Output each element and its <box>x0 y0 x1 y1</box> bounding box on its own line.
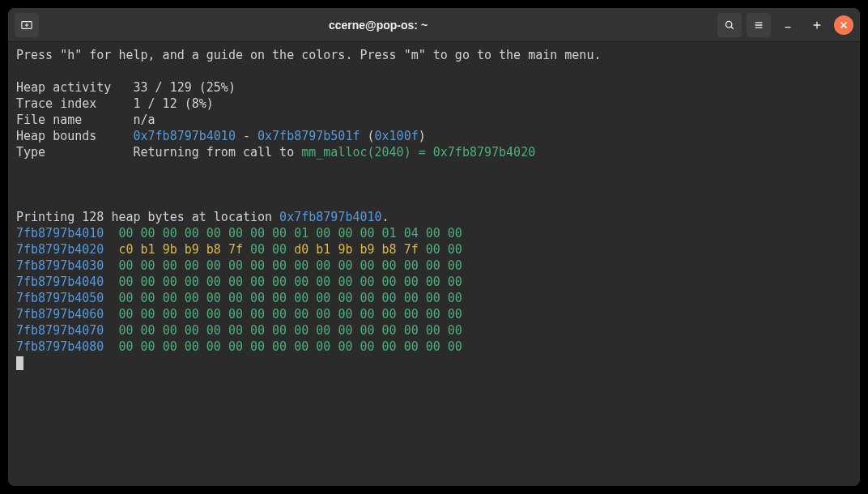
type-label: Type <box>16 145 134 160</box>
hex-row: 7fb8797b4070 00 00 00 00 00 00 00 00 00 … <box>16 322 852 339</box>
hex-byte: 00 <box>141 226 155 241</box>
hex-byte: 00 <box>118 291 133 305</box>
search-button[interactable] <box>717 13 742 37</box>
hex-byte: 00 <box>141 323 155 338</box>
hex-row-address: 7fb8797b4050 <box>16 291 104 305</box>
hex-byte: 00 <box>448 258 462 273</box>
hex-byte: 00 <box>382 291 397 305</box>
hex-row-address: 7fb8797b4060 <box>16 307 104 322</box>
hex-byte: 00 <box>228 307 243 322</box>
hex-row: 7fb8797b4060 00 00 00 00 00 00 00 00 00 … <box>16 306 852 322</box>
hex-byte: 00 <box>294 339 308 354</box>
trace-index-value: 1 / 12 (8%) <box>134 96 214 111</box>
cursor-block <box>16 356 23 370</box>
hex-byte: 00 <box>382 307 397 322</box>
hex-byte: 00 <box>426 307 440 322</box>
hex-byte: 00 <box>185 323 199 338</box>
hex-byte: 00 <box>360 258 374 273</box>
hex-byte: b1 <box>316 242 330 257</box>
hex-byte: 00 <box>316 323 330 338</box>
help-line: Press "h" for help, and a guide on the c… <box>16 47 852 63</box>
hex-byte: 00 <box>118 307 133 322</box>
hex-row-address: 7fb8797b4070 <box>16 323 104 338</box>
blank-line <box>16 193 852 209</box>
hex-byte: 00 <box>118 275 133 289</box>
close-button[interactable] <box>834 15 853 35</box>
blank-line <box>16 160 852 177</box>
dump-intro-suffix: . <box>382 210 389 224</box>
hex-byte: 00 <box>250 275 265 289</box>
hex-byte: 00 <box>250 258 265 273</box>
hex-byte: 00 <box>206 258 221 273</box>
hex-byte: 00 <box>228 339 243 354</box>
hex-byte: 00 <box>163 258 177 273</box>
hex-byte: 00 <box>360 307 374 322</box>
hex-byte: 00 <box>448 242 462 257</box>
hex-byte: 00 <box>382 323 397 338</box>
hex-byte: 00 <box>250 226 265 241</box>
dump-intro-line: Printing 128 heap bytes at location 0x7f… <box>16 209 852 225</box>
hex-byte: 00 <box>338 339 352 354</box>
type-value-prefix: Returning from call to <box>134 145 302 160</box>
hex-byte: 00 <box>404 323 419 338</box>
minimize-button[interactable] <box>776 13 800 37</box>
heap-bounds-close: ) <box>419 129 426 143</box>
hex-byte: 00 <box>272 307 287 322</box>
titlebar: ccerne@pop-os: ~ <box>8 8 860 42</box>
dump-intro-prefix: Printing 128 heap bytes at location <box>16 210 279 224</box>
hex-byte: 7f <box>228 242 243 257</box>
hex-byte: 00 <box>141 275 155 289</box>
hamburger-menu-button[interactable] <box>747 13 771 37</box>
hex-byte: 00 <box>426 323 440 338</box>
hex-byte: 00 <box>426 258 440 273</box>
hex-byte: 00 <box>448 291 462 305</box>
hex-byte: 01 <box>294 226 308 241</box>
hex-byte: d0 <box>294 242 308 257</box>
hex-byte: 00 <box>185 275 199 289</box>
hex-byte: 00 <box>426 291 440 305</box>
hex-byte: 00 <box>163 291 177 305</box>
hex-byte: b9 <box>360 242 374 257</box>
hex-byte: 00 <box>294 258 308 273</box>
file-name-line: File name n/a <box>16 112 852 128</box>
hex-byte: b8 <box>206 242 221 257</box>
heap-bounds-line: Heap bounds 0x7fb8797b4010 - 0x7fb8797b5… <box>16 128 852 144</box>
hex-byte: 00 <box>448 339 462 354</box>
hex-byte: 00 <box>163 323 177 338</box>
hex-byte: 00 <box>316 226 330 241</box>
hex-byte: 00 <box>228 275 243 289</box>
hex-byte: 00 <box>404 307 419 322</box>
hex-byte: b1 <box>141 242 155 257</box>
hex-dump: 7fb8797b4010 00 00 00 00 00 00 00 00 01 … <box>16 225 852 355</box>
window-title: ccerne@pop-os: ~ <box>39 19 717 32</box>
hex-byte: 00 <box>382 275 397 289</box>
hex-byte: 00 <box>141 258 155 273</box>
hex-byte: 00 <box>163 307 177 322</box>
terminal-body[interactable]: Press "h" for help, and a guide on the c… <box>8 42 860 486</box>
hex-byte: 00 <box>272 242 287 257</box>
hex-row-address: 7fb8797b4020 <box>16 242 104 257</box>
hex-byte: 00 <box>185 307 199 322</box>
heap-bounds-open: ( <box>360 129 374 143</box>
hex-byte: 00 <box>141 307 155 322</box>
hex-byte: 00 <box>250 242 265 257</box>
hex-byte: 00 <box>338 291 352 305</box>
hex-byte: 00 <box>294 275 308 289</box>
maximize-button[interactable] <box>805 13 829 37</box>
hex-byte: 00 <box>294 323 308 338</box>
heap-bounds-start: 0x7fb8797b4010 <box>134 129 236 143</box>
hex-byte: 00 <box>272 258 287 273</box>
hex-byte: 00 <box>360 226 374 241</box>
hex-byte: 00 <box>404 291 419 305</box>
hex-byte: 00 <box>118 258 133 273</box>
hex-byte: 00 <box>338 258 352 273</box>
hex-byte: 00 <box>228 291 243 305</box>
new-tab-button[interactable] <box>15 13 39 37</box>
hex-byte: 00 <box>272 226 287 241</box>
hex-row: 7fb8797b4050 00 00 00 00 00 00 00 00 00 … <box>16 290 852 306</box>
hex-byte: 00 <box>294 307 308 322</box>
hex-byte: 04 <box>404 226 419 241</box>
hex-byte: 00 <box>118 339 133 354</box>
hex-row-address: 7fb8797b4010 <box>16 226 104 241</box>
heap-activity-line: Heap activity 33 / 129 (25%) <box>16 79 852 96</box>
